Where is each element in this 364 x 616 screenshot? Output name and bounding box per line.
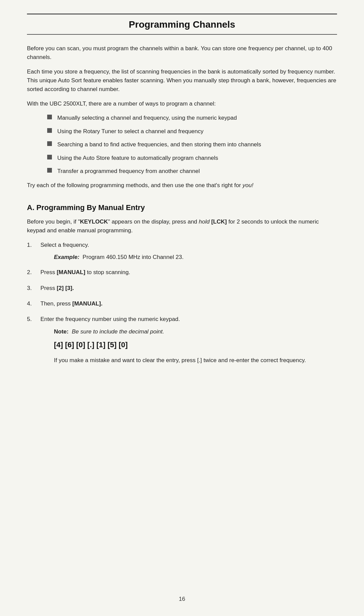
step-3-content: Press [2] [3]. (40, 284, 337, 293)
bullet-icon (47, 128, 52, 133)
numbered-list: 1. Select a frequency. Example: Program … (27, 241, 337, 365)
step-4-num: 4. (27, 299, 40, 308)
intro-para-2: Each time you store a frequency, the lis… (27, 67, 337, 94)
bullet-icon (47, 141, 52, 146)
section-a-heading: A. Programming By Manual Entry (27, 203, 337, 212)
step-1: 1. Select a frequency. Example: Program … (27, 241, 337, 262)
lck-text: [LCK] (211, 218, 227, 225)
keylock-text: KEYLOCK (80, 218, 108, 225)
step-1-num: 1. (27, 241, 40, 250)
step-1-example: Example: Program 460.150 MHz into Channe… (40, 253, 337, 262)
hold-text: hold (199, 218, 210, 225)
page-title: Programming Channels (27, 17, 337, 32)
step-5-note: Note: Be sure to include the decimal poi… (40, 327, 337, 336)
step-4: 4. Then, press [MANUAL]. (27, 299, 337, 308)
header-rule-bottom (27, 34, 337, 35)
step-3-num: 3. (27, 284, 40, 293)
step-2-content: Press [MANUAL] to stop scanning. (40, 268, 337, 277)
bullet-icon (47, 155, 52, 159)
list-item: Using the Rotary Tuner to select a chann… (47, 127, 337, 136)
section-a-intro: Before you begin, if "KEYLOCK" appears o… (27, 217, 337, 235)
closing-italic: you! (243, 182, 253, 188)
list-item: Using the Auto Store feature to automati… (47, 154, 337, 163)
closing-para: Try each of the following programming me… (27, 181, 337, 190)
header-rule-top (27, 13, 337, 14)
page-number: 16 (0, 596, 364, 603)
page: Programming Channels Before you can scan… (0, 0, 364, 616)
step-5-num: 5. (27, 315, 40, 324)
bullet-list: Manually selecting a channel and frequen… (47, 114, 337, 176)
bullet-icon (47, 168, 52, 173)
step-4-content: Then, press [MANUAL]. (40, 299, 337, 308)
step-2-num: 2. (27, 268, 40, 277)
list-item: Transfer a programmed frequency from ano… (47, 167, 337, 176)
bullet-icon (47, 115, 52, 119)
intro-para-3: With the UBC 2500XLT, there are a number… (27, 99, 337, 108)
list-item: Searching a band to find active frequenc… (47, 140, 337, 149)
list-item: Manually selecting a channel and frequen… (47, 114, 337, 122)
page-header: Programming Channels (27, 13, 337, 35)
step-3: 3. Press [2] [3]. (27, 284, 337, 293)
step-1-content: Select a frequency. Example: Program 460… (40, 241, 337, 262)
step-5-small-note: If you make a mistake and want to clear … (40, 356, 337, 365)
step-5-content: Enter the frequency number using the num… (40, 315, 337, 365)
step-5: 5. Enter the frequency number using the … (27, 315, 337, 365)
step-2: 2. Press [MANUAL] to stop scanning. (27, 268, 337, 277)
intro-para-1: Before you can scan, you must program th… (27, 44, 337, 62)
keycode-sequence: [4] [6] [0] [.] [1] [5] [0] (40, 339, 337, 351)
